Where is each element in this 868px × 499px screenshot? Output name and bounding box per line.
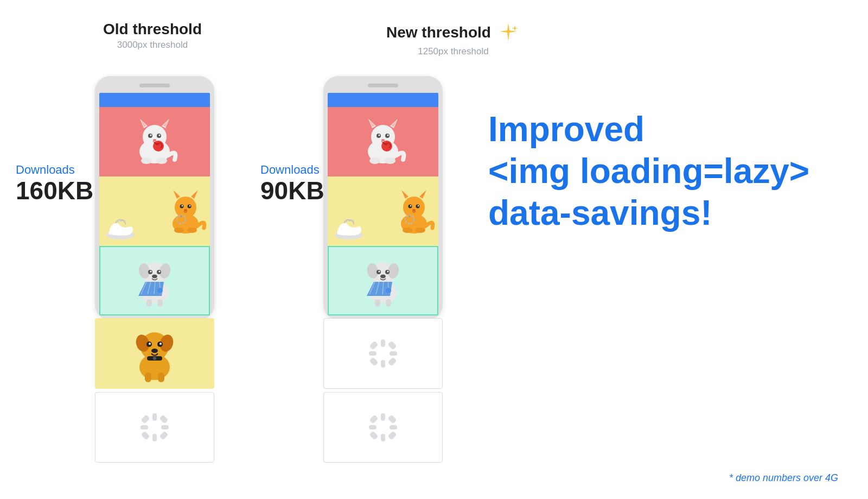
new-downloads-section: Downloads 90KB xyxy=(260,163,324,205)
description-area: Improved <img loading=lazy> data-savings… xyxy=(488,109,809,233)
svg-rect-54 xyxy=(158,372,164,382)
old-threshold-header: Old threshold 3000px threshold xyxy=(103,21,202,50)
svg-point-16 xyxy=(120,219,122,222)
svg-point-51 xyxy=(159,343,162,345)
new-dog-image xyxy=(328,246,438,315)
svg-rect-118 xyxy=(381,434,385,441)
svg-point-50 xyxy=(149,343,151,345)
svg-point-95 xyxy=(416,228,425,233)
sparkle-icon xyxy=(496,21,520,45)
svg-rect-61 xyxy=(141,415,150,424)
svg-point-56 xyxy=(153,357,156,360)
new-cat2-image xyxy=(328,176,438,246)
svg-point-81 xyxy=(348,219,350,222)
old-downloads-section: Downloads 160KB xyxy=(16,163,93,205)
svg-point-105 xyxy=(380,275,386,279)
old-threshold-subtitle: 3000px threshold xyxy=(103,40,202,50)
svg-point-24 xyxy=(180,205,184,209)
svg-point-108 xyxy=(386,288,391,293)
svg-point-38 xyxy=(150,271,152,273)
svg-rect-53 xyxy=(145,372,151,382)
old-downloads-value: 160KB xyxy=(16,177,93,205)
svg-point-29 xyxy=(174,228,184,233)
new-below-phone xyxy=(323,318,443,463)
svg-rect-63 xyxy=(141,431,150,440)
svg-rect-119 xyxy=(369,425,376,429)
svg-rect-106 xyxy=(375,299,380,307)
svg-rect-64 xyxy=(159,431,169,440)
old-cat-image xyxy=(99,107,210,176)
svg-point-12 xyxy=(141,157,152,164)
svg-point-25 xyxy=(188,205,192,209)
demo-note: * demo numbers over 4G xyxy=(729,472,838,484)
new-loading-image-1 xyxy=(323,318,443,389)
svg-point-93 xyxy=(412,209,416,211)
svg-rect-41 xyxy=(146,299,152,307)
svg-rect-111 xyxy=(369,351,376,356)
svg-point-8 xyxy=(150,134,152,136)
svg-point-9 xyxy=(159,134,161,136)
old-loading-image xyxy=(95,392,214,463)
svg-point-39 xyxy=(159,271,161,273)
svg-rect-115 xyxy=(369,357,379,367)
new-cat-image xyxy=(328,107,438,176)
new-downloads-value: 90KB xyxy=(260,177,324,205)
new-threshold-subtitle: 1250px threshold xyxy=(418,46,488,57)
svg-point-15 xyxy=(117,220,119,222)
svg-rect-42 xyxy=(157,299,163,307)
improved-text: Improved <img loading=lazy> data-savings… xyxy=(488,109,809,233)
svg-point-77 xyxy=(369,157,380,164)
svg-point-13 xyxy=(156,157,167,164)
old-dog-image xyxy=(99,246,210,315)
svg-rect-107 xyxy=(386,299,391,307)
svg-rect-58 xyxy=(152,434,157,441)
old-below-phone xyxy=(95,318,214,463)
new-phone-mockup xyxy=(323,76,443,320)
svg-point-103 xyxy=(379,271,380,273)
svg-point-84 xyxy=(403,197,425,218)
svg-rect-110 xyxy=(381,360,385,368)
svg-rect-57 xyxy=(152,413,157,421)
svg-point-28 xyxy=(184,209,187,211)
svg-point-91 xyxy=(410,205,411,206)
svg-point-74 xyxy=(387,134,389,136)
svg-rect-60 xyxy=(161,425,169,429)
svg-rect-112 xyxy=(390,351,397,356)
new-threshold-title: New threshold xyxy=(386,24,491,41)
svg-point-30 xyxy=(187,228,197,233)
svg-rect-113 xyxy=(369,341,379,350)
svg-rect-122 xyxy=(388,415,397,424)
new-downloads-label: Downloads xyxy=(260,163,324,177)
svg-rect-114 xyxy=(388,341,397,350)
old-downloads-label: Downloads xyxy=(16,163,93,177)
svg-point-104 xyxy=(387,271,389,273)
svg-point-73 xyxy=(379,134,380,136)
svg-rect-121 xyxy=(369,415,379,424)
svg-point-26 xyxy=(182,205,183,206)
svg-rect-62 xyxy=(159,415,169,424)
svg-point-43 xyxy=(157,288,163,293)
svg-point-75 xyxy=(381,139,385,141)
svg-rect-123 xyxy=(369,431,379,440)
new-loading-image-2 xyxy=(323,392,443,463)
svg-rect-120 xyxy=(390,425,397,429)
svg-point-82 xyxy=(352,220,354,222)
svg-point-27 xyxy=(189,205,190,206)
svg-rect-116 xyxy=(388,357,397,367)
old-threshold-title: Old threshold xyxy=(103,21,202,38)
svg-point-90 xyxy=(416,205,420,209)
svg-point-94 xyxy=(403,228,412,233)
svg-point-52 xyxy=(151,349,158,353)
svg-point-78 xyxy=(385,157,395,164)
svg-point-17 xyxy=(123,220,125,222)
new-threshold-header: New threshold 1250px threshold xyxy=(386,21,520,57)
svg-rect-124 xyxy=(388,431,397,440)
svg-rect-117 xyxy=(381,413,385,421)
old-phone-mockup xyxy=(95,76,214,320)
svg-point-80 xyxy=(345,220,347,222)
svg-rect-59 xyxy=(141,425,148,429)
old-cat2-image xyxy=(99,176,210,246)
svg-point-10 xyxy=(153,139,156,141)
svg-point-40 xyxy=(152,275,157,279)
svg-rect-109 xyxy=(381,339,385,347)
